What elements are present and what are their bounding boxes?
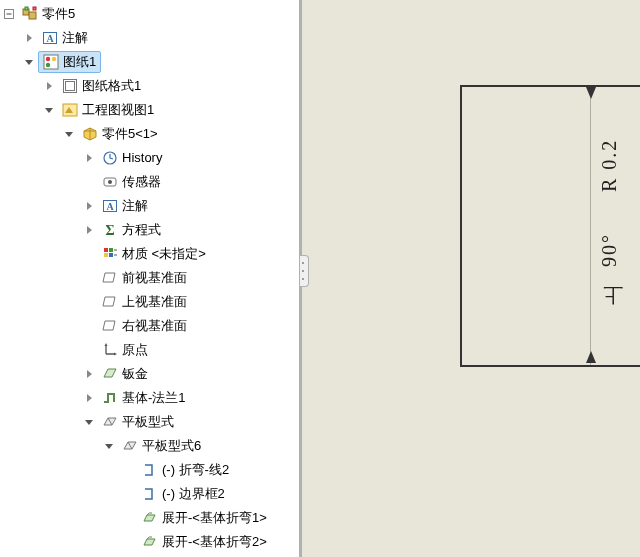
tree-item-sheet1[interactable]: 图纸1	[0, 50, 299, 74]
sheetmetal-icon	[102, 366, 118, 382]
tree-item-frontplane[interactable]: 前视基准面	[0, 266, 299, 290]
tree-item-annotations2[interactable]: A 注解	[0, 194, 299, 218]
drawing-canvas[interactable]: R 0.2 90° 上	[300, 0, 640, 557]
chevron-right-icon[interactable]	[82, 199, 96, 213]
tree-root-part[interactable]: 零件5	[0, 2, 299, 26]
svg-point-27	[108, 180, 112, 184]
tree-label: 展开-<基体折弯2>	[162, 532, 267, 552]
svg-text:A: A	[46, 33, 54, 44]
svg-rect-36	[109, 253, 113, 257]
arrowhead-icon	[586, 351, 596, 363]
svg-marker-54	[144, 539, 155, 545]
tree-item-topplane[interactable]: 上视基准面	[0, 290, 299, 314]
svg-point-12	[52, 57, 56, 61]
flat-pattern-icon	[122, 438, 138, 454]
tree-item-boundingbox[interactable]: (-) 边界框2	[0, 482, 299, 506]
tree-label: 工程图视图1	[82, 100, 154, 120]
tree-label: 零件5	[42, 4, 75, 24]
tree-label: 零件5<1>	[102, 124, 158, 144]
sketch-icon	[142, 462, 158, 478]
chevron-right-icon[interactable]	[82, 391, 96, 405]
tree-item-equations[interactable]: Σ 方程式	[0, 218, 299, 242]
svg-marker-31	[87, 226, 92, 234]
svg-marker-50	[105, 444, 113, 449]
chevron-down-icon[interactable]	[22, 55, 36, 69]
svg-rect-34	[109, 248, 113, 252]
tree-label: 传感器	[122, 172, 161, 192]
tree-item-sheetmetal[interactable]: 钣金	[0, 362, 299, 386]
svg-marker-6	[27, 34, 32, 42]
tree-label: 平板型式	[122, 412, 174, 432]
svg-marker-46	[87, 394, 92, 402]
sheet-icon	[43, 54, 59, 70]
svg-rect-4	[25, 7, 28, 10]
chevron-down-icon[interactable]	[82, 415, 96, 429]
tree-label: History	[122, 148, 162, 168]
svg-rect-5	[33, 7, 36, 10]
feature-tree-panel[interactable]: 零件5 A 注解	[0, 0, 300, 557]
plane-icon	[102, 270, 118, 286]
unfold-icon	[142, 510, 158, 526]
svg-point-11	[46, 57, 50, 61]
base-flange-icon	[102, 390, 118, 406]
svg-marker-39	[103, 273, 115, 282]
chevron-right-icon[interactable]	[82, 367, 96, 381]
tree-item-unfold1[interactable]: 展开-<基体折弯1>	[0, 506, 299, 530]
svg-marker-14	[47, 82, 52, 90]
plane-icon	[102, 318, 118, 334]
tree-label: 方程式	[122, 220, 161, 240]
svg-marker-20	[65, 132, 73, 137]
tree-item-unfold2[interactable]: 展开-<基体折弯2>	[0, 530, 299, 554]
tree-item-sheetformat[interactable]: 图纸格式1	[0, 74, 299, 98]
chevron-right-icon[interactable]	[82, 223, 96, 237]
svg-marker-42	[105, 343, 108, 346]
part-icon	[22, 6, 38, 22]
dimension-line	[590, 87, 591, 365]
tree-item-origin[interactable]: 原点	[0, 338, 299, 362]
chevron-down-icon[interactable]	[62, 127, 76, 141]
tree-label: 钣金	[122, 364, 148, 384]
feature-tree[interactable]: 零件5 A 注解	[0, 0, 299, 557]
dimension-text-direction: 上	[598, 295, 625, 345]
chevron-right-icon[interactable]	[22, 31, 36, 45]
tree-item-drawingview[interactable]: 工程图视图1	[0, 98, 299, 122]
splitter-handle[interactable]	[300, 255, 309, 287]
svg-marker-40	[103, 297, 115, 306]
tree-item-history[interactable]: History	[0, 146, 299, 170]
tree-item-rightplane[interactable]: 右视基准面	[0, 314, 299, 338]
dimension-text-angle: 90°	[598, 225, 621, 275]
svg-marker-45	[104, 369, 116, 377]
drawing-view-icon	[62, 102, 78, 118]
tree-label: 图纸格式1	[82, 76, 141, 96]
expander-icon[interactable]	[2, 7, 16, 21]
tree-item-baseflange[interactable]: 基体-法兰1	[0, 386, 299, 410]
tree-item-material[interactable]: 材质 <未指定>	[0, 242, 299, 266]
tree-label: 图纸1	[63, 52, 96, 72]
svg-marker-47	[85, 420, 93, 425]
tree-label: 上视基准面	[122, 292, 187, 312]
tree-label: 前视基准面	[122, 268, 187, 288]
tree-item-flatpattern6[interactable]: 平板型式6	[0, 434, 299, 458]
tree-item-sensors[interactable]: 传感器	[0, 170, 299, 194]
tree-label: 材质 <未指定>	[122, 244, 206, 264]
tree-item-bendline[interactable]: (-) 折弯-线2	[0, 458, 299, 482]
plane-icon	[102, 294, 118, 310]
annotation-icon: A	[42, 30, 58, 46]
svg-marker-17	[45, 108, 53, 113]
tree-label: 基体-法兰1	[122, 388, 186, 408]
equation-icon: Σ	[102, 222, 118, 238]
chevron-down-icon[interactable]	[102, 439, 116, 453]
chevron-right-icon[interactable]	[82, 151, 96, 165]
chevron-down-icon[interactable]	[42, 103, 56, 117]
sensor-icon	[102, 174, 118, 190]
tree-item-annotations[interactable]: A 注解	[0, 26, 299, 50]
sheet-format-icon	[62, 78, 78, 94]
svg-marker-44	[87, 370, 92, 378]
history-icon	[102, 150, 118, 166]
tree-label: 右视基准面	[122, 316, 187, 336]
tree-item-flatpattern[interactable]: 平板型式	[0, 410, 299, 434]
tree-item-part-ref[interactable]: 零件5<1>	[0, 122, 299, 146]
svg-marker-53	[144, 515, 155, 521]
sketch-icon	[142, 486, 158, 502]
chevron-right-icon[interactable]	[42, 79, 56, 93]
